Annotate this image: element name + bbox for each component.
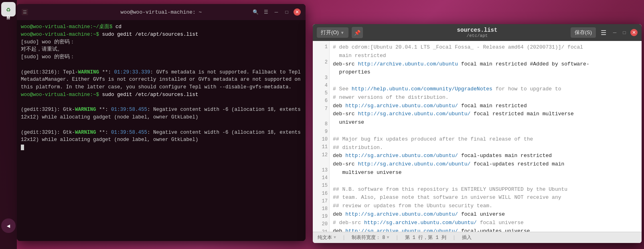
term-line-3: [sudo] woo 的密码： <box>21 39 302 46</box>
terminal-title: woo@woo-virtual-machine: ~ <box>121 9 202 15</box>
term-line-6: (gedit:3216): Tepl-WARNING **: 01:29:33.… <box>21 69 302 91</box>
gedit-open-chevron-icon: ▼ <box>340 31 344 35</box>
gedit-filename: sources.list <box>457 27 498 33</box>
taskbar: ♻ 回收站 ◀ <box>0 0 17 249</box>
gedit-window: 打开(O) ▼ 📌 sources.list /etc/apt 保存(S) ☰ … <box>313 24 642 243</box>
gedit-text-type[interactable]: 纯文本 ▼ <box>318 234 336 241</box>
gedit-line-numbers: 1 2 3 4 5 6 7 8 9 10 11 12 13 14 15 16 1… <box>313 41 330 232</box>
terminal-titlebar: ☰ woo@woo-virtual-machine: ~ 🔍 ☰ ─ □ ✕ <box>17 4 306 20</box>
gedit-save-button[interactable]: 保存(S) <box>571 27 596 38</box>
term-line-7: woo@woo-virtual-machine:~$ sudo gedit /e… <box>21 91 302 99</box>
gedit-open-label: 打开(O) <box>321 29 339 36</box>
terminal-maximize-button[interactable]: □ <box>283 8 290 16</box>
gedit-char-width[interactable]: 制表符宽度： 8 ▼ <box>352 234 389 241</box>
gedit-content[interactable]: 1 2 3 4 5 6 7 8 9 10 11 12 13 14 15 16 1… <box>313 41 642 232</box>
gedit-close-button[interactable]: ✕ <box>630 29 638 36</box>
term-line-blank-1 <box>21 61 302 69</box>
recycle-bin-label: 回收站 <box>6 21 11 22</box>
gedit-maximize-button[interactable]: □ <box>621 29 628 36</box>
gedit-open-button[interactable]: 打开(O) ▼ <box>317 27 348 38</box>
term-line-8: (gedit:3291): Gtk-WARNING **: 01:39:58.4… <box>21 106 302 121</box>
recycle-bin-icon[interactable]: ♻ <box>1 2 16 16</box>
term-line-9: (gedit:3291): Gtk-WARNING **: 01:39:58.4… <box>21 129 302 144</box>
term-line-blank-3 <box>21 121 302 129</box>
terminal-menu-button[interactable]: ☰ <box>22 9 28 15</box>
gedit-menu-button[interactable]: ☰ <box>598 28 609 37</box>
terminal-content[interactable]: woo@woo-virtual-machine:~/桌面$ cd woo@woo… <box>17 20 306 241</box>
gedit-pin-button[interactable]: 📌 <box>352 27 363 38</box>
terminal-hamburger-button[interactable]: ☰ <box>262 8 269 16</box>
terminal-close-button[interactable]: ✕ <box>294 8 301 16</box>
terminal-minimize-button[interactable]: ─ <box>273 8 280 16</box>
term-line-5: [sudo] woo 的密码： <box>21 53 302 61</box>
gedit-filepath: /etc/apt <box>457 33 498 38</box>
gedit-titlebar: 打开(O) ▼ 📌 sources.list /etc/apt 保存(S) ☰ … <box>313 24 642 41</box>
taskbar-bottom-button[interactable]: ◀ <box>1 218 16 233</box>
gedit-title-right: 保存(S) ☰ ─ □ ✕ <box>571 27 638 38</box>
terminal-title-left: ☰ <box>22 9 28 15</box>
gedit-statusbar: 纯文本 ▼ | 制表符宽度： 8 ▼ | 第 1 行，第 1 列 | 插入 <box>313 232 642 243</box>
gedit-text-content[interactable]: # deb cdrom:[Ubuntu 20.04.1 LTS _Focal F… <box>330 41 642 232</box>
term-line-2: woo@woo-virtual-machine:~$ sudo gedit /e… <box>21 31 302 39</box>
term-line-1: woo@woo-virtual-machine:~/桌面$ cd <box>21 23 302 31</box>
terminal-title-right: 🔍 ☰ ─ □ ✕ <box>252 8 301 16</box>
gedit-position: 第 1 行，第 1 列 <box>405 234 446 241</box>
gedit-insert-mode: 插入 <box>462 234 472 241</box>
term-line-cursor <box>21 144 302 151</box>
statusbar-sep-3: | <box>453 235 456 241</box>
gedit-minimize-button[interactable]: ─ <box>611 29 618 36</box>
char-width-chevron-icon: ▼ <box>387 235 389 240</box>
terminal-search-button[interactable]: 🔍 <box>252 8 259 16</box>
statusbar-sep-1: | <box>342 235 345 241</box>
term-line-4: 对不起，请重试。 <box>21 46 302 53</box>
statusbar-sep-2: | <box>395 235 398 241</box>
gedit-title-center: sources.list /etc/apt <box>457 27 498 38</box>
text-type-chevron-icon: ▼ <box>334 235 336 240</box>
term-line-blank-2 <box>21 99 302 106</box>
terminal-window: ☰ woo@woo-virtual-machine: ~ 🔍 ☰ ─ □ ✕ w… <box>17 4 306 241</box>
